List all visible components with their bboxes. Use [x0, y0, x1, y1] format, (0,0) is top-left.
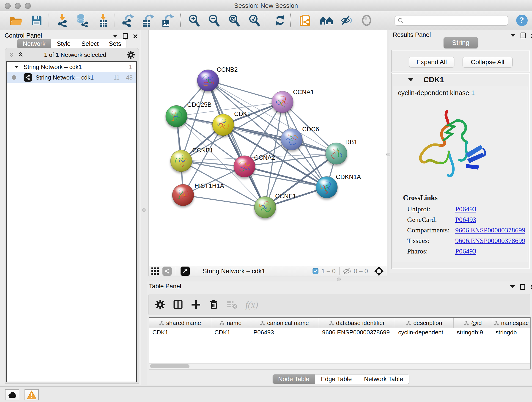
export-image-button[interactable]	[160, 13, 175, 28]
import-network-database-button[interactable]	[75, 13, 89, 28]
zoom-fit-button[interactable]	[227, 13, 241, 28]
save-session-button[interactable]	[29, 13, 44, 28]
panel-menu-icon[interactable]	[510, 285, 515, 288]
column-header-shared-name[interactable]: shared name	[149, 318, 211, 328]
node-CDC25B[interactable]	[166, 105, 187, 127]
panel-close-icon[interactable]	[530, 285, 532, 289]
table-cell[interactable]: 9606.ENSP00000378699	[319, 329, 395, 336]
panel-float-icon[interactable]	[520, 284, 525, 290]
table-horizontal-scrollbar[interactable]	[149, 363, 530, 369]
network-row-selected[interactable]: String Network – cdk1 11 48	[7, 72, 136, 83]
zoom-out-button[interactable]	[207, 13, 221, 28]
collection-expand-icon[interactable]	[14, 66, 19, 68]
crosslink-value-link[interactable]: P06493	[455, 247, 476, 255]
entry-header[interactable]: CDK1	[392, 73, 530, 86]
tab-sets[interactable]: Sets	[104, 39, 126, 49]
entry-collapse-icon[interactable]	[408, 78, 413, 81]
edge-CCNB2-CCNA1[interactable]	[208, 80, 283, 102]
panel-float-icon[interactable]	[520, 32, 526, 38]
tab-edge-table[interactable]: Edge Table	[315, 374, 358, 384]
column-header-canonical-name[interactable]: canonical name	[250, 318, 319, 328]
node-CDKN1A[interactable]	[316, 177, 337, 198]
column-header-namespac[interactable]: namespac	[492, 318, 530, 328]
node-RB1[interactable]	[326, 143, 347, 164]
network-view[interactable]: CCNB2CCNA1CDC25BCDK1CDC6RB1CCNB1CCNA2CDK…	[148, 30, 387, 266]
import-network-file-button[interactable]	[55, 13, 70, 28]
hidden-eye-icon[interactable]	[343, 268, 351, 274]
crosslink-value-link[interactable]: 9606.ENSP00000378699	[455, 226, 525, 234]
table-gear-icon[interactable]	[155, 300, 165, 310]
warning-status-button[interactable]	[25, 389, 39, 400]
panel-close-icon[interactable]	[531, 33, 532, 38]
column-header-@id[interactable]: @id	[454, 318, 492, 328]
search-field[interactable]	[394, 16, 508, 26]
share-view-icon[interactable]	[162, 267, 172, 276]
tab-node-table[interactable]: Node Table	[273, 374, 315, 384]
fit-selection-crosshair-icon[interactable]	[374, 266, 384, 276]
network-collection-row[interactable]: String Network – cdk1 1	[7, 62, 136, 72]
share-document-button[interactable]	[298, 13, 312, 28]
crosslink-value-link[interactable]: P06493	[455, 205, 476, 213]
node-CCNE1[interactable]	[254, 196, 276, 218]
export-network-button[interactable]	[120, 13, 135, 28]
node-CDK1[interactable]	[212, 114, 234, 136]
column-header-label: name	[227, 319, 241, 327]
column-header-database-identifier[interactable]: database identifier	[319, 318, 395, 328]
edge-HIST1H1A-CCNE1[interactable]	[183, 195, 265, 207]
export-image-icon	[161, 14, 174, 27]
add-column-icon[interactable]	[191, 300, 201, 310]
import-table-button[interactable]	[96, 13, 111, 28]
table-cell[interactable]: P06493	[250, 329, 319, 336]
panel-close-icon[interactable]	[133, 34, 138, 38]
crosslink-value-link[interactable]: 9606.ENSP00000378699	[455, 237, 525, 245]
node-CCNA1[interactable]	[272, 91, 293, 113]
panel-menu-icon[interactable]	[510, 34, 515, 37]
tab-style[interactable]: Style	[51, 39, 76, 49]
cloud-status-button[interactable]	[5, 389, 19, 400]
export-table-button[interactable]	[140, 13, 155, 28]
hide-graphics-button[interactable]	[339, 13, 354, 28]
table-cell[interactable]: CDK1	[211, 329, 250, 336]
help-button[interactable]: ?	[515, 13, 529, 28]
delete-column-icon[interactable]	[209, 300, 219, 310]
chevron-double-up-icon[interactable]	[18, 52, 24, 58]
expand-all-button[interactable]: Expand All	[409, 57, 454, 67]
chevron-double-down-icon[interactable]	[8, 52, 14, 58]
node-CCNA2[interactable]	[234, 156, 255, 177]
table-row[interactable]: CDK1CDK1P064939606.ENSP00000378699cyclin…	[149, 328, 530, 337]
tab-network-table[interactable]: Network Table	[358, 374, 409, 384]
table-cell[interactable]: CDK1	[149, 329, 211, 336]
gear-icon[interactable]	[127, 51, 135, 59]
column-header-description[interactable]: description	[395, 318, 454, 328]
horizontal-splitter-handle[interactable]	[337, 278, 341, 281]
panel-float-icon[interactable]	[123, 33, 128, 39]
show-columns-icon[interactable]	[173, 300, 183, 310]
left-splitter-handle[interactable]	[142, 208, 146, 212]
table-cell[interactable]: stringdb:9...	[454, 329, 492, 336]
node-CDC6[interactable]	[281, 128, 302, 150]
table-cell[interactable]: cyclin-dependent ...	[395, 329, 454, 336]
zoom-selected-button[interactable]	[247, 13, 262, 28]
tab-network[interactable]: Network	[17, 39, 51, 49]
node-CCNB2[interactable]	[197, 70, 219, 91]
open-view-icon[interactable]	[181, 267, 190, 276]
birds-eye-button[interactable]	[359, 13, 374, 28]
scrollbar-thumb[interactable]	[150, 364, 190, 368]
selected-checkbox-icon[interactable]	[312, 268, 318, 274]
node-CCNB1[interactable]	[171, 150, 192, 172]
crosslink-row: Compartments:9606.ENSP00000378699	[407, 225, 526, 235]
tab-string[interactable]: String	[443, 37, 478, 48]
node-HIST1H1A[interactable]	[172, 184, 194, 206]
open-session-button[interactable]	[9, 13, 23, 28]
zoom-in-button[interactable]	[187, 13, 201, 28]
tab-select[interactable]: Select	[76, 39, 104, 49]
panel-menu-icon[interactable]	[113, 35, 118, 38]
crosslink-value-link[interactable]: P06493	[455, 216, 476, 223]
search-input[interactable]	[404, 17, 501, 25]
homes-button[interactable]	[319, 13, 334, 28]
grid-view-icon[interactable]	[151, 267, 159, 275]
refresh-button[interactable]	[273, 13, 287, 28]
table-cell[interactable]: stringdb	[492, 329, 530, 336]
column-header-name[interactable]: name	[211, 318, 250, 328]
collapse-all-button[interactable]: Collapse All	[462, 57, 513, 67]
